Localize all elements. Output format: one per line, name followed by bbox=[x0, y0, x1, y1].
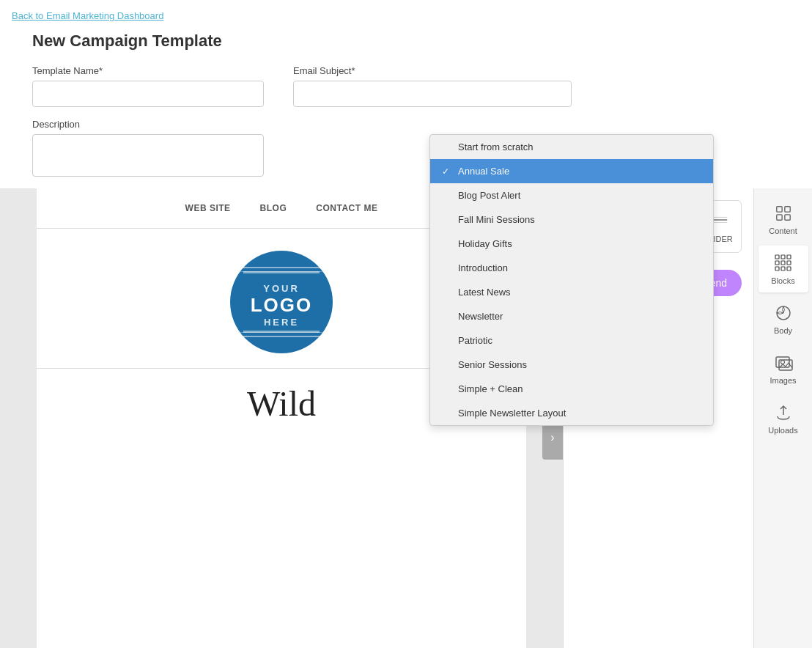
logo-your: YOUR bbox=[251, 283, 313, 294]
svg-rect-16 bbox=[781, 255, 785, 259]
panel-content[interactable]: Content bbox=[759, 196, 808, 243]
template-name-label: Template Name* bbox=[32, 65, 264, 76]
dropdown-option-latest-news[interactable]: Latest News bbox=[430, 280, 713, 304]
nav-blog[interactable]: BLOG bbox=[260, 203, 287, 213]
panel-images[interactable]: Images bbox=[759, 345, 808, 392]
checkmark-annual-sale: ✓ bbox=[442, 166, 454, 177]
page-title: New Campaign Template bbox=[0, 32, 812, 65]
panel-blocks-label: Blocks bbox=[771, 276, 794, 285]
panel-blocks[interactable]: Blocks bbox=[759, 246, 808, 292]
svg-rect-17 bbox=[787, 255, 791, 259]
email-subject-label: Email Subject* bbox=[293, 65, 572, 76]
svg-rect-20 bbox=[787, 261, 791, 265]
svg-rect-19 bbox=[781, 261, 785, 265]
dropdown-option-annual-sale[interactable]: ✓ Annual Sale bbox=[430, 159, 713, 183]
description-label: Description bbox=[32, 119, 264, 130]
dropdown-option-holiday[interactable]: Holiday Gifts bbox=[430, 232, 713, 256]
template-name-input[interactable] bbox=[32, 81, 264, 107]
dropdown-option-scratch[interactable]: Start from scratch bbox=[430, 135, 713, 159]
blocks-icon bbox=[773, 253, 794, 273]
dropdown-option-intro[interactable]: Introduction bbox=[430, 256, 713, 280]
dropdown-option-patriotic[interactable]: Patriotic bbox=[430, 328, 713, 353]
nav-contact[interactable]: CONTACT ME bbox=[316, 203, 377, 213]
description-input[interactable] bbox=[32, 134, 264, 177]
email-subject-input[interactable] bbox=[293, 81, 572, 107]
logo-here: HERE bbox=[251, 317, 313, 328]
dropdown-option-simple-newsletter[interactable]: Simple Newsletter Layout bbox=[430, 401, 713, 425]
svg-rect-22 bbox=[781, 267, 785, 270]
svg-rect-15 bbox=[775, 255, 779, 259]
logo-circle: YOUR LOGO HERE bbox=[230, 251, 333, 353]
body-icon bbox=[773, 303, 794, 323]
template-dropdown[interactable]: Start from scratch ✓ Annual Sale Blog Po… bbox=[429, 134, 714, 426]
dropdown-option-fall-mini[interactable]: Fall Mini Sessions bbox=[430, 207, 713, 232]
svg-rect-11 bbox=[776, 207, 781, 212]
dropdown-option-blog-post[interactable]: Blog Post Alert bbox=[430, 183, 713, 207]
svg-rect-25 bbox=[776, 357, 789, 367]
dropdown-option-newsletter[interactable]: Newsletter bbox=[430, 304, 713, 328]
panel-images-label: Images bbox=[769, 376, 796, 385]
svg-rect-14 bbox=[784, 215, 789, 220]
content-icon bbox=[773, 203, 794, 224]
panel-uploads-label: Uploads bbox=[768, 426, 797, 435]
nav-website[interactable]: WEB SITE bbox=[185, 203, 231, 213]
panel-content-label: Content bbox=[769, 227, 797, 235]
chevron-right-icon: › bbox=[550, 431, 554, 444]
svg-rect-23 bbox=[787, 267, 791, 270]
svg-rect-18 bbox=[775, 261, 779, 265]
logo-logo: LOGO bbox=[251, 294, 313, 317]
svg-point-27 bbox=[780, 361, 784, 364]
dropdown-option-senior[interactable]: Senior Sessions bbox=[430, 353, 713, 377]
panel-uploads[interactable]: Uploads bbox=[759, 395, 808, 442]
panel-body[interactable]: Body bbox=[759, 295, 808, 342]
images-icon bbox=[773, 353, 794, 373]
svg-rect-21 bbox=[775, 267, 779, 270]
panel-body-label: Body bbox=[774, 326, 792, 335]
svg-rect-13 bbox=[776, 215, 781, 220]
back-link[interactable]: Back to Email Marketing Dashboard bbox=[0, 0, 175, 32]
svg-rect-12 bbox=[784, 207, 789, 212]
dropdown-option-simple-clean[interactable]: Simple + Clean bbox=[430, 377, 713, 401]
uploads-icon bbox=[773, 402, 794, 423]
right-panel: Content Blocks bbox=[753, 188, 812, 648]
